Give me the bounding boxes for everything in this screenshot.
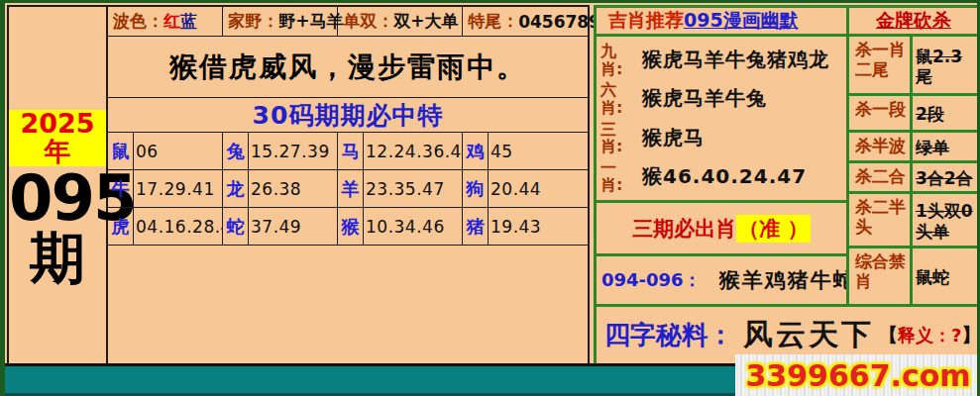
banner-title: 猴借虎威风，漫步雷雨中。 [108, 36, 588, 97]
odd-even-label: 单双： [343, 10, 393, 33]
left-block: 2025年 095 期 波色： 红 蓝 家野： 野+马羊 单双： 双+大单 [7, 5, 590, 365]
zodiac-numbers: 17.29.41 [134, 170, 223, 207]
zodiac-numbers: 45 [489, 133, 588, 169]
nine-zodiac-value: 猴虎马羊牛兔猪鸡龙 [628, 43, 846, 77]
attribute-header-row: 波色： 红 蓝 家野： 野+马羊 单双： 双+大单 特尾： 0456789 [108, 7, 588, 36]
site-watermark: 3399667.com [735, 354, 980, 396]
zodiac-numbers: 15.27.39 [249, 133, 338, 169]
odd-even-cell: 单双： 双+大单 [338, 7, 463, 36]
three-zodiac-row: 三肖: 猴虎马 [597, 121, 846, 155]
three-zodiac-value: 猴虎马 [628, 121, 846, 155]
kill-row-value: 鼠蛇 [913, 248, 978, 304]
three-period-label: 三期必出肖 [632, 215, 736, 243]
special-tail-cell: 特尾： 0456789 [463, 7, 588, 36]
secret-label: 四字秘料： [604, 318, 733, 352]
home-wild-label: 家野： [228, 10, 278, 33]
kill-row-2: 杀一段 2段 [846, 93, 980, 133]
zodiac-numbers: 19.43 [489, 208, 588, 245]
zodiac-label: 虎 [108, 208, 134, 245]
thirty-codes-subtitle: 30码期期必中特 [108, 97, 588, 132]
nine-zodiac-label: 九肖: [597, 43, 628, 77]
zodiac-numbers: 26.38 [249, 170, 338, 207]
gold-kill-column: 金牌砍杀 杀一肖二尾 鼠2.3尾 杀一段 2段 杀半波 绿单 杀二合 3合2合 [846, 5, 980, 307]
zodiac-label: 羊 [338, 170, 364, 207]
zodiac-label: 鸡 [463, 133, 489, 169]
three-period-row: 三期必出肖 （准 ） [594, 200, 849, 256]
six-zodiac-label: 六肖: [597, 81, 628, 116]
comic-humor-link[interactable]: 095漫画幽默 [684, 8, 799, 34]
zodiac-label: 牛 [108, 170, 134, 207]
zodiac-label: 龙 [223, 170, 249, 207]
bracket-close: 】 [961, 322, 980, 348]
issue-number: 095 [9, 166, 106, 230]
zodiac-label: 猪 [463, 208, 489, 245]
special-tail-label: 特尾： [468, 10, 518, 33]
odd-even-value: 双+大单 [393, 10, 458, 33]
secret-value: 风云天下 [733, 315, 878, 355]
home-wild-value: 野+马羊 [278, 10, 343, 33]
accuracy-badge: （准 ） [736, 215, 810, 243]
wave-color-value-red: 红 [163, 10, 180, 33]
zodiac-numbers: 20.44 [489, 170, 588, 207]
period-range-value: 猴羊鸡猪牛蛇 [702, 266, 856, 294]
period-range-row: 094-096： 猴羊鸡猪牛蛇 [594, 253, 849, 307]
prediction-table: 波色： 红 蓝 家野： 野+马羊 单双： 双+大单 特尾： 0456789 猴借… [108, 7, 588, 363]
one-zodiac-label: 一肖: [597, 159, 628, 194]
zodiac-numbers: 04.16.28.40 [134, 208, 223, 245]
nine-zodiac-row: 九肖: 猴虎马羊牛兔猪鸡龙 [597, 43, 846, 77]
kill-row-label: 杀二合 [849, 163, 913, 191]
empty-cell [108, 245, 588, 363]
zodiac-label: 兔 [223, 133, 249, 169]
kill-row-4: 杀二合 3合2合 [846, 160, 980, 194]
zodiac-label: 鼠 [108, 133, 134, 169]
six-zodiac-row: 六肖: 猴虎马羊牛兔 [597, 81, 846, 116]
lucky-zodiac-header: 吉肖推荐 095漫画幽默 [594, 5, 849, 37]
kill-row-1: 杀一肖二尾 鼠2.3尾 [846, 34, 980, 96]
zodiac-row-2: 牛 17.29.41 龙 26.38 羊 23.35.47 狗 20.44 [108, 169, 588, 207]
kill-row-label: 综合禁肖 [849, 248, 913, 304]
wave-color-cell: 波色： 红 蓝 [108, 7, 223, 36]
zodiac-tiers-block: 九肖: 猴虎马羊牛兔猪鸡龙 六肖: 猴虎马羊牛兔 三肖: 猴虎马 一肖: 猴46… [594, 34, 849, 203]
special-tail-value: 0456789 [518, 12, 600, 32]
zodiac-numbers: 06 [134, 133, 223, 169]
year-label: 2025年 [9, 110, 106, 166]
lucky-zodiac-column: 吉肖推荐 095漫画幽默 九肖: 猴虎马羊牛兔猪鸡龙 六肖: 猴虎马羊牛兔 三肖… [594, 5, 849, 307]
kill-row-value: 1头双0头单 [913, 194, 978, 246]
secret-note: 释义：? [898, 324, 961, 347]
zodiac-label: 蛇 [223, 208, 249, 245]
gold-kill-title: 金牌砍杀 [846, 5, 980, 37]
zodiac-numbers: 10.34.46 [364, 208, 463, 245]
period-range-label: 094-096： [601, 268, 702, 292]
wave-color-value-blue: 蓝 [180, 10, 197, 33]
kill-row-label: 杀一肖二尾 [849, 37, 913, 93]
issue-suffix: 期 [9, 230, 106, 288]
kill-row-value: 绿单 [913, 133, 978, 160]
kill-row-3: 杀半波 绿单 [846, 130, 980, 163]
kill-row-value: 2段 [913, 96, 978, 130]
kill-row-value: 3合2合 [913, 163, 978, 191]
kill-row-6: 综合禁肖 鼠蛇 [846, 246, 980, 307]
zodiac-row-3: 虎 04.16.28.40 蛇 37.49 猴 10.34.46 猪 19.43 [108, 207, 588, 245]
one-zodiac-value: 猴46.40.24.47 [628, 159, 846, 194]
six-zodiac-value: 猴虎马羊牛兔 [628, 81, 846, 116]
kill-row-label: 杀一段 [849, 96, 913, 130]
one-zodiac-row: 一肖: 猴46.40.24.47 [597, 159, 846, 194]
lottery-tip-sheet: 2025年 095 期 波色： 红 蓝 家野： 野+马羊 单双： 双+大单 [0, 0, 980, 396]
issue-column: 2025年 095 期 [9, 7, 108, 363]
wave-color-label: 波色： [113, 10, 163, 33]
zodiac-row-1: 鼠 06 兔 15.27.39 马 12.24.36.48 鸡 45 [108, 132, 588, 169]
right-panel: 吉肖推荐 095漫画幽默 九肖: 猴虎马羊牛兔猪鸡龙 六肖: 猴虎马羊牛兔 三肖… [594, 5, 980, 366]
lucky-zodiac-title: 吉肖推荐 [608, 8, 684, 34]
kill-row-label: 杀半波 [849, 133, 913, 160]
home-wild-cell: 家野： 野+马羊 [223, 7, 338, 36]
bracket-open: 【 [878, 322, 898, 348]
zodiac-numbers: 23.35.47 [364, 170, 463, 207]
zodiac-label: 猴 [338, 208, 364, 245]
three-zodiac-label: 三肖: [597, 121, 628, 155]
kill-row-5: 杀二半头 1头双0头单 [846, 191, 980, 248]
zodiac-numbers: 12.24.36.48 [364, 133, 463, 169]
zodiac-label: 马 [338, 133, 364, 169]
kill-row-label: 杀二半头 [849, 194, 913, 246]
kill-row-value: 鼠2.3尾 [913, 37, 978, 93]
zodiac-label: 狗 [463, 170, 489, 207]
